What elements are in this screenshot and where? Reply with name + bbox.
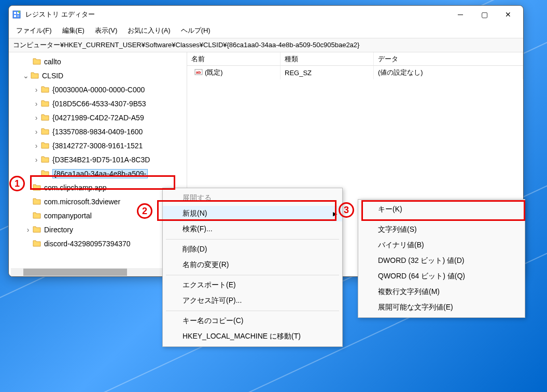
- folder-icon: [41, 100, 50, 108]
- regedit-icon: [12, 10, 21, 19]
- column-data[interactable]: データ: [374, 52, 523, 65]
- expander-icon[interactable]: [21, 72, 31, 80]
- menu-item[interactable]: 編集(E): [57, 24, 90, 37]
- tree-item-label: {D3E34B21-9D75-101A-8C3D: [52, 156, 150, 164]
- cm-new[interactable]: 新規(N)▶: [163, 206, 342, 221]
- tree-item[interactable]: {38142727-3008-9161-1521: [9, 138, 187, 152]
- cm-find[interactable]: 検索(F)...: [163, 221, 342, 237]
- menu-item[interactable]: ファイル(F): [11, 24, 57, 37]
- tree-item-label: companyportal: [44, 212, 92, 220]
- folder-icon: [33, 184, 42, 192]
- folder-icon: [33, 226, 42, 234]
- expander-icon[interactable]: [32, 100, 41, 108]
- tree-item-label: com.clipchamp.app: [44, 184, 107, 192]
- submenu-arrow-icon: ▶: [333, 211, 337, 217]
- tree-item[interactable]: CLSID: [9, 68, 187, 82]
- tree-item[interactable]: {04271989-C4D2-72AD-A59: [9, 110, 187, 124]
- expander-icon[interactable]: [32, 142, 41, 150]
- svg-point-5: [18, 11, 20, 13]
- context-menu-main: 展開する新規(N)▶検索(F)...削除(D)名前の変更(R)エクスポート(E)…: [162, 188, 343, 347]
- minimize-button[interactable]: ─: [448, 6, 472, 23]
- expander-icon[interactable]: [32, 156, 41, 164]
- cm-new-multistring[interactable]: 複数行文字列値(M): [358, 284, 525, 300]
- folder-icon: [33, 58, 42, 66]
- menu-item[interactable]: ヘルプ(H): [176, 24, 216, 37]
- list-row[interactable]: ab(既定)REG_SZ(値の設定なし): [187, 66, 523, 79]
- tree-item-label: Directory: [44, 226, 73, 234]
- cm-delete[interactable]: 削除(D): [163, 242, 342, 257]
- titlebar: レジストリ エディター ─ ▢ ✕: [9, 6, 523, 23]
- tree-item[interactable]: {018D5C66-4533-4307-9B53: [9, 96, 187, 110]
- folder-icon: [31, 72, 40, 80]
- value-type: REG_SZ: [280, 66, 374, 79]
- tree-item[interactable]: discord-432980957394370: [9, 236, 187, 250]
- folder-icon: [41, 142, 50, 150]
- cm-new-dword[interactable]: DWORD (32 ビット) 値(D): [358, 253, 525, 269]
- cm-new-qword[interactable]: QWORD (64 ビット) 値(Q): [358, 269, 525, 284]
- tree-item-label: {13357088-9834-0409-1600: [52, 128, 143, 136]
- tree-item-label: CLSID: [42, 72, 63, 80]
- close-button[interactable]: ✕: [496, 6, 520, 23]
- tree-item-label: com.microsoft.3dviewer: [44, 198, 120, 206]
- column-type[interactable]: 種類: [280, 52, 374, 65]
- tree-item[interactable]: {0003000A-0000-0000-C000: [9, 82, 187, 96]
- folder-icon: [41, 170, 50, 178]
- tree-item[interactable]: callto: [9, 54, 187, 68]
- folder-icon: [41, 86, 50, 94]
- folder-icon: [41, 114, 50, 122]
- svg-rect-4: [17, 15, 19, 17]
- folder-icon: [33, 240, 42, 248]
- registry-tree: calltoCLSID{0003000A-0000-0000-C000{018D…: [9, 52, 187, 253]
- tree-item-label: {04271989-C4D2-72AD-A59: [52, 114, 144, 122]
- tree-item-label: discord-432980957394370: [44, 240, 131, 248]
- tree-pane: calltoCLSID{0003000A-0000-0000-C000{018D…: [9, 52, 187, 276]
- menu-separator: [166, 311, 339, 311]
- string-value-icon: ab: [194, 68, 204, 77]
- list-rows: ab(既定)REG_SZ(値の設定なし): [187, 66, 523, 79]
- column-name[interactable]: 名前: [187, 52, 280, 65]
- cm-permissions[interactable]: アクセス許可(P)...: [163, 293, 342, 309]
- cm-new-key[interactable]: キー(K): [358, 202, 525, 217]
- expander-icon[interactable]: [32, 86, 41, 94]
- tree-item-label: {018D5C66-4533-4307-9B53: [52, 100, 146, 108]
- cm-export[interactable]: エクスポート(E): [163, 277, 342, 293]
- cm-rename[interactable]: 名前の変更(R): [163, 257, 342, 273]
- address-bar[interactable]: コンピューター¥HKEY_CURRENT_USER¥Software¥Class…: [9, 38, 523, 52]
- expander-icon[interactable]: [23, 226, 33, 234]
- maximize-button[interactable]: ▢: [472, 6, 496, 23]
- svg-rect-3: [14, 15, 16, 17]
- folder-icon: [41, 128, 50, 136]
- tree-item[interactable]: Directory: [9, 222, 187, 236]
- menu-separator: [166, 239, 339, 240]
- cm-new-binary[interactable]: バイナリ値(B): [358, 237, 525, 253]
- horizontal-scrollbar[interactable]: [11, 268, 185, 276]
- menu-item[interactable]: 表示(V): [90, 24, 122, 37]
- tree-item[interactable]: {86ca1aa0-34aa-4e8b-a509-: [9, 166, 187, 180]
- tree-item[interactable]: companyportal: [9, 208, 187, 222]
- cm-new-expandstring[interactable]: 展開可能な文字列値(E): [358, 300, 525, 315]
- tree-item-label: {0003000A-0000-0000-C000: [52, 86, 145, 94]
- value-name: (既定): [205, 68, 223, 77]
- menu-separator: [166, 275, 339, 275]
- cm-goto-hklm[interactable]: HKEY_LOCAL_MACHINE に移動(T): [163, 329, 342, 344]
- scrollbar-thumb[interactable]: [23, 269, 127, 276]
- cm-new-string[interactable]: 文字列値(S): [358, 222, 525, 237]
- value-data: (値の設定なし): [374, 66, 523, 79]
- cm-copy-key-name[interactable]: キー名のコピー(C): [163, 313, 342, 329]
- menu-item[interactable]: お気に入り(A): [122, 24, 175, 37]
- tree-item[interactable]: com.clipchamp.app: [9, 180, 187, 194]
- expander-icon[interactable]: [32, 114, 41, 122]
- list-header: 名前 種類 データ: [187, 52, 523, 66]
- tree-item[interactable]: {13357088-9834-0409-1600: [9, 124, 187, 138]
- window-title: レジストリ エディター: [25, 10, 95, 19]
- svg-rect-1: [14, 12, 16, 14]
- cm-expand: 展開する: [163, 190, 342, 206]
- menubar: ファイル(F)編集(E)表示(V)お気に入り(A)ヘルプ(H): [9, 23, 523, 38]
- tree-item[interactable]: {D3E34B21-9D75-101A-8C3D: [9, 152, 187, 166]
- expander-icon[interactable]: [32, 128, 41, 136]
- tree-item[interactable]: com.microsoft.3dviewer: [9, 194, 187, 208]
- folder-icon: [33, 212, 42, 220]
- tree-item-label: {38142727-3008-9161-1521: [52, 142, 143, 150]
- svg-text:ab: ab: [196, 70, 201, 75]
- tree-item-label: callto: [44, 58, 61, 66]
